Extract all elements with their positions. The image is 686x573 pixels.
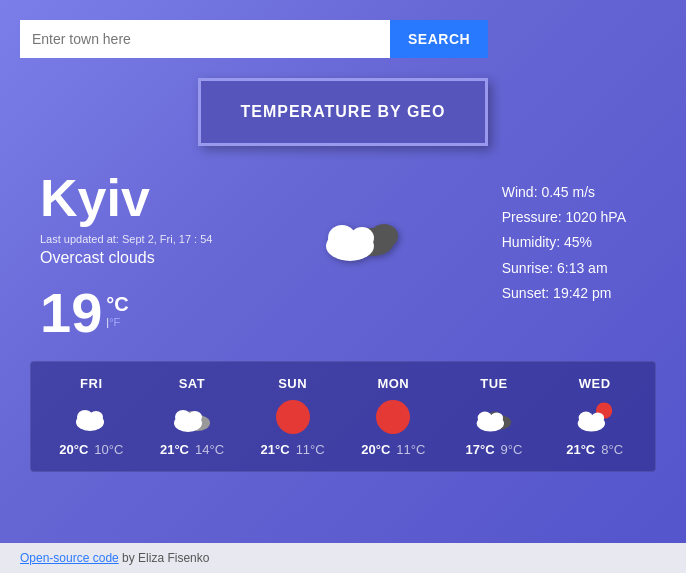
sun-circle xyxy=(276,400,310,434)
svg-point-1 xyxy=(370,224,398,248)
temp-celsius: °C xyxy=(106,293,128,316)
forecast-container: FRI 20°C 10°C SAT xyxy=(30,361,656,472)
fri-temps: 20°C 10°C xyxy=(59,442,123,457)
tue-temps: 17°C 9°C xyxy=(466,442,523,457)
mon-temps: 20°C 11°C xyxy=(361,442,425,457)
weather-main: Kyiv Last updated at: Sept 2, Fri, 17 : … xyxy=(20,170,666,341)
svg-point-17 xyxy=(490,412,503,423)
sun-icon xyxy=(273,399,313,434)
svg-point-21 xyxy=(591,412,604,423)
wed-icon xyxy=(575,399,615,434)
geo-temperature-button[interactable]: TEMPERATURE BY GEO xyxy=(198,78,489,146)
app-container: SEARCH TEMPERATURE BY GEO Kyiv Last upda… xyxy=(0,0,686,573)
fri-icon xyxy=(71,399,111,434)
sat-label: SAT xyxy=(179,376,206,391)
sunset-info: Sunset: 19:42 pm xyxy=(502,281,626,306)
search-row: SEARCH xyxy=(20,20,666,58)
weather-left: Kyiv Last updated at: Sept 2, Fri, 17 : … xyxy=(40,170,212,341)
temp-unit-group: °C |°F xyxy=(106,293,128,328)
wed-label: WED xyxy=(579,376,611,391)
weather-details: Wind: 0.45 m/s Pressure: 1020 hPA Humidi… xyxy=(502,170,626,306)
footer: Open-source code by Eliza Fisenko xyxy=(0,543,686,573)
sat-high: 21°C xyxy=(160,442,189,457)
svg-point-4 xyxy=(350,227,374,249)
geo-btn-container: TEMPERATURE BY GEO xyxy=(20,78,666,146)
forecast-tue: TUE 17°C 9°C xyxy=(454,376,534,457)
mon-icon xyxy=(373,399,413,434)
sun-temps: 21°C 11°C xyxy=(261,442,325,457)
fahrenheit-link[interactable]: °F xyxy=(109,316,120,328)
sun-label: SUN xyxy=(278,376,307,391)
fri-low: 10°C xyxy=(94,442,123,457)
wed-high: 21°C xyxy=(566,442,595,457)
footer-text: by Eliza Fisenko xyxy=(119,551,210,565)
sat-icon xyxy=(172,399,212,434)
forecast-sun: SUN 21°C 11°C xyxy=(253,376,333,457)
forecast-wed: WED 21°C 8°C xyxy=(555,376,635,457)
mon-label: MON xyxy=(377,376,409,391)
open-source-link[interactable]: Open-source code xyxy=(20,551,119,565)
city-name: Kyiv xyxy=(40,170,212,227)
tue-low: 9°C xyxy=(501,442,523,457)
sun-low: 11°C xyxy=(296,442,325,457)
temperature-display: 19 °C |°F xyxy=(40,285,212,341)
tue-icon xyxy=(474,399,514,434)
svg-point-20 xyxy=(578,411,593,424)
sat-temps: 21°C 14°C xyxy=(160,442,224,457)
temp-fahrenheit-toggle[interactable]: |°F xyxy=(106,316,120,328)
sat-low: 14°C xyxy=(195,442,224,457)
wind-info: Wind: 0.45 m/s xyxy=(502,180,626,205)
forecast-mon: MON 20°C 11°C xyxy=(353,376,433,457)
main-background: SEARCH TEMPERATURE BY GEO Kyiv Last upda… xyxy=(0,0,686,543)
temperature-value: 19 xyxy=(40,285,102,341)
sun-high: 21°C xyxy=(261,442,290,457)
humidity-info: Humidity: 45% xyxy=(502,230,626,255)
search-button[interactable]: SEARCH xyxy=(390,20,488,58)
mon-sun-circle xyxy=(376,400,410,434)
wed-temps: 21°C 8°C xyxy=(566,442,623,457)
tue-high: 17°C xyxy=(466,442,495,457)
pressure-info: Pressure: 1020 hPA xyxy=(502,205,626,230)
weather-icon-area xyxy=(312,170,402,270)
sunrise-info: Sunrise: 6:13 am xyxy=(502,256,626,281)
fri-label: FRI xyxy=(80,376,102,391)
forecast-fri: FRI 20°C 10°C xyxy=(51,376,131,457)
forecast-sat: SAT 21°C 14°C xyxy=(152,376,232,457)
svg-point-16 xyxy=(478,411,493,424)
search-input[interactable] xyxy=(20,20,390,58)
overcast-cloud-icon xyxy=(312,200,402,270)
weather-description: Overcast clouds xyxy=(40,249,212,267)
tue-label: TUE xyxy=(480,376,508,391)
last-updated: Last updated at: Sept 2, Fri, 17 : 54 xyxy=(40,233,212,245)
mon-high: 20°C xyxy=(361,442,390,457)
wed-low: 8°C xyxy=(601,442,623,457)
svg-point-7 xyxy=(89,411,103,423)
mon-low: 11°C xyxy=(396,442,425,457)
svg-point-12 xyxy=(188,411,202,423)
fri-high: 20°C xyxy=(59,442,88,457)
